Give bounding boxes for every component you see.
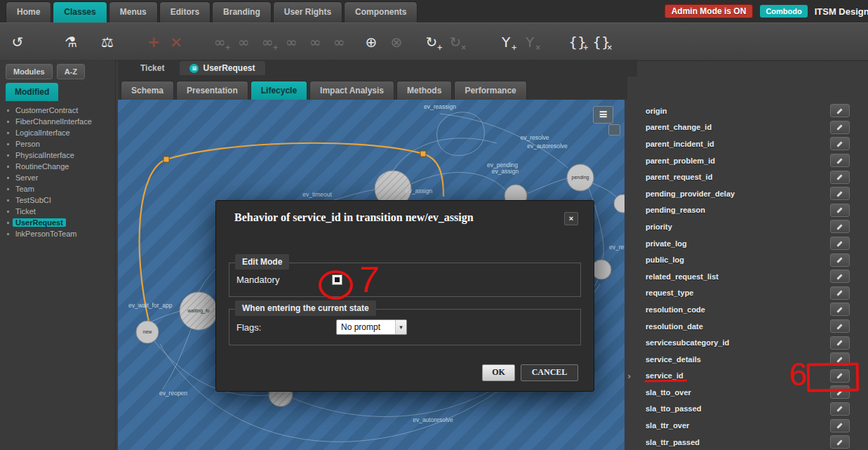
transition-label[interactable]: ev_wait_for_app	[128, 302, 173, 309]
edit-field-button[interactable]	[830, 303, 850, 316]
az-button[interactable]: A-Z	[57, 64, 85, 79]
document-tab[interactable]: ≡ Ticket	[131, 61, 174, 75]
edit-field-button[interactable]	[830, 419, 850, 432]
class-list-item[interactable]: lnkPersonToTeam	[0, 228, 115, 239]
toolbar-icon[interactable]: Y +	[497, 31, 515, 53]
edit-field-button[interactable]	[830, 336, 850, 350]
field-name[interactable]: service_id	[646, 371, 683, 380]
nav-tab[interactable]: Editors	[159, 1, 211, 22]
mandatory-checkbox[interactable]	[332, 274, 342, 285]
toolbar-icon[interactable]: Y ×	[521, 31, 539, 53]
edit-field-button[interactable]	[830, 352, 850, 366]
state-node[interactable]	[592, 260, 611, 279]
field-name[interactable]: public_log	[646, 256, 684, 264]
path-handle[interactable]	[163, 157, 169, 162]
edit-field-button[interactable]	[830, 369, 850, 383]
edit-field-button[interactable]	[830, 154, 850, 167]
field-name[interactable]: sla_ttr_passed	[646, 438, 700, 446]
nav-tab[interactable]: Branding	[212, 1, 272, 22]
field-name[interactable]: parent_problem_id	[646, 157, 715, 165]
edit-field-button[interactable]	[830, 104, 850, 117]
toolbar-icon[interactable]: ∞	[282, 31, 300, 53]
field-name[interactable]: sla_tto_over	[646, 388, 691, 397]
sub-tab[interactable]: Presentation	[176, 81, 248, 100]
field-name[interactable]: pending_provider_delay	[646, 190, 735, 198]
sub-tab[interactable]: Methods	[396, 81, 452, 100]
field-name[interactable]: priority	[646, 223, 672, 231]
edit-field-button[interactable]	[830, 220, 850, 233]
transition-label[interactable]: ev_reassign	[424, 103, 456, 110]
toolbar-icon[interactable]: ∞	[234, 31, 253, 53]
nav-tab[interactable]: Components	[344, 1, 418, 22]
edit-field-button[interactable]	[830, 402, 850, 416]
edit-field-button[interactable]	[830, 187, 850, 200]
transition-label[interactable]: ev_resolve	[520, 134, 549, 141]
toolbar-icon[interactable]: ⚗	[62, 31, 80, 53]
diagram-menu-button[interactable]: ≡	[593, 106, 613, 124]
nav-tab[interactable]: Home	[6, 1, 51, 22]
toolbar-icon[interactable]: ↻ +	[422, 31, 441, 53]
edit-field-button[interactable]	[830, 319, 850, 333]
class-list-item[interactable]: Team	[0, 183, 115, 194]
field-name[interactable]: sla_ttr_over	[646, 421, 689, 430]
cancel-button[interactable]: CANCEL	[521, 364, 578, 381]
transition-label[interactable]: ev_autoresolve	[413, 416, 453, 423]
state-node[interactable]	[614, 194, 625, 213]
toolbar-icon[interactable]: ∞	[330, 31, 348, 53]
edit-field-button[interactable]	[830, 171, 850, 184]
class-list-item[interactable]: PhysicalInterface	[0, 150, 115, 161]
class-list-item[interactable]: FiberChannelInterface	[0, 116, 115, 127]
transition-label[interactable]: ev_resolve	[609, 244, 625, 251]
nav-tab[interactable]: Classes	[53, 1, 107, 22]
toolbar-icon[interactable]: ↻ ×	[446, 31, 465, 53]
class-list-item[interactable]: Server	[0, 172, 115, 183]
field-name[interactable]: private_log	[646, 239, 687, 248]
class-list-item[interactable]: UserRequest	[0, 217, 115, 228]
nav-tab[interactable]: User Rights	[273, 1, 342, 22]
diagram-options-button[interactable]	[608, 124, 620, 135]
transition-label[interactable]: ev_assign	[406, 187, 433, 194]
transition-label[interactable]: ev_timeout	[302, 191, 332, 198]
sub-tab[interactable]: Performance	[454, 81, 526, 100]
field-name[interactable]: origin	[646, 107, 667, 115]
field-name[interactable]: resolution_code	[646, 305, 705, 314]
field-name[interactable]: related_request_list	[646, 272, 719, 281]
edit-field-button[interactable]	[830, 253, 850, 267]
field-name[interactable]: parent_request_id	[646, 173, 712, 181]
toolbar-icon[interactable]: +	[145, 31, 163, 53]
flags-select[interactable]: No prompt ▾	[336, 319, 407, 335]
class-list-item[interactable]: LogicalInterface	[0, 127, 115, 138]
modified-tab[interactable]: Modified	[6, 83, 58, 101]
field-name[interactable]: parent_change_id	[646, 123, 712, 131]
edit-field-button[interactable]	[830, 204, 850, 217]
toolbar-icon[interactable]: {} +	[568, 31, 587, 53]
toolbar-icon[interactable]: {} ×	[592, 31, 610, 53]
toolbar-icon[interactable]: ↺	[8, 31, 27, 53]
class-list-item[interactable]: Person	[0, 138, 115, 150]
class-list-item[interactable]: TestSubCI	[0, 194, 115, 206]
document-tab[interactable]: ≡ UserRequest	[180, 61, 265, 75]
edit-field-button[interactable]	[830, 237, 850, 250]
toolbar-icon[interactable]: ×	[167, 31, 185, 53]
nav-tab[interactable]: Menus	[109, 1, 158, 22]
modules-button[interactable]: Modules	[6, 64, 53, 79]
field-name[interactable]: servicesubcategory_id	[646, 338, 729, 347]
edit-field-button[interactable]	[830, 435, 850, 449]
transition-label[interactable]: ev_assign	[492, 168, 519, 175]
ok-button[interactable]: OK	[482, 364, 515, 381]
class-list-item[interactable]: RoutineChange	[0, 161, 115, 172]
transition-label[interactable]: ev_reopen	[159, 390, 187, 397]
edit-field-button[interactable]	[830, 270, 850, 283]
field-name[interactable]: pending_reason	[646, 206, 705, 214]
field-name[interactable]: request_type	[646, 289, 693, 297]
toolbar-icon[interactable]: ∞	[306, 31, 324, 53]
field-name[interactable]: sla_tto_passed	[646, 404, 701, 413]
close-icon[interactable]: ×	[564, 212, 578, 225]
edit-field-button[interactable]	[830, 137, 850, 150]
edit-field-button[interactable]	[830, 385, 850, 399]
transition-label[interactable]: ev_autoresolve	[527, 143, 568, 150]
field-name[interactable]: resolution_date	[646, 322, 703, 331]
toolbar-icon[interactable]: ⊗	[387, 31, 406, 53]
edit-field-button[interactable]	[830, 286, 850, 300]
path-handle[interactable]	[420, 151, 426, 157]
